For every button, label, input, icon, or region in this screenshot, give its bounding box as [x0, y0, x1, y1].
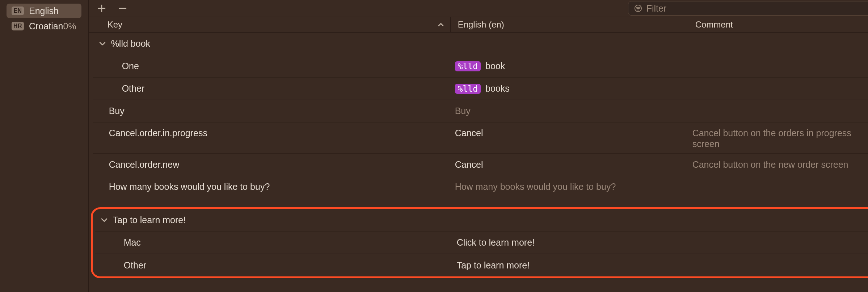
table-row[interactable]: Other Tap to learn more! — [95, 254, 868, 276]
table-row[interactable]: Tap to learn more! — [95, 209, 868, 231]
sort-ascending-icon — [438, 23, 444, 26]
filter-field[interactable] — [628, 1, 868, 16]
comment-text: Cancel button on the new order screen — [692, 159, 848, 170]
key-text: Other — [122, 83, 145, 94]
language-progress: 0% — [63, 21, 76, 32]
toolbar — [89, 0, 868, 17]
table-row[interactable]: One %lld book NEEDS REVIEW — [93, 55, 868, 78]
column-key[interactable]: Key — [105, 17, 451, 32]
english-text: Tap to learn more! — [457, 260, 530, 270]
language-code-badge: EN — [12, 7, 24, 15]
plus-icon — [98, 4, 106, 12]
column-comment[interactable]: Comment — [688, 17, 868, 32]
chevron-down-icon — [101, 218, 108, 222]
column-english[interactable]: English (en) — [451, 17, 688, 32]
key-text: One — [122, 61, 139, 71]
add-button[interactable] — [95, 2, 108, 15]
column-key-label: Key — [108, 20, 122, 30]
table-row[interactable]: Cancel.order.new Cancel Cancel button on… — [93, 154, 868, 176]
format-token: %lld — [455, 61, 481, 71]
language-row-croatian[interactable]: HR Croatian 0% — [7, 19, 81, 33]
language-name: Croatian — [29, 21, 63, 32]
english-text: How many books would you like to buy? — [455, 182, 616, 192]
disclosure-toggle[interactable] — [100, 216, 109, 225]
table-row[interactable]: %lld book NEEDS REVIEW — [93, 33, 868, 55]
english-text: books — [483, 83, 510, 93]
comment-text: Cancel button on the orders in progress … — [692, 128, 851, 149]
format-token: %lld — [455, 84, 481, 94]
key-text: Other — [124, 260, 147, 271]
table-header: Key English (en) Comment State — [89, 17, 868, 33]
english-text: Cancel — [455, 128, 483, 138]
column-expand — [89, 17, 105, 32]
key-text: Cancel.order.new — [109, 159, 180, 170]
main-panel: Key English (en) Comment State %lld book — [89, 0, 868, 292]
key-text: How many books would you like to buy? — [109, 181, 270, 192]
table-row[interactable]: How many books would you like to buy? Ho… — [93, 176, 868, 207]
key-text: Buy — [109, 106, 125, 116]
column-comment-label: Comment — [695, 20, 733, 30]
english-text: book — [483, 61, 505, 71]
table-row[interactable]: Buy Buy — [93, 100, 868, 122]
minus-icon — [119, 4, 127, 12]
key-text: Mac — [124, 237, 141, 248]
key-text: %lld book — [111, 38, 150, 49]
english-text: Cancel — [455, 159, 483, 170]
chevron-down-icon — [99, 42, 106, 46]
column-english-label: English (en) — [458, 20, 504, 30]
filter-icon — [633, 4, 643, 13]
filter-input[interactable] — [646, 3, 868, 14]
english-text: Buy — [455, 106, 471, 116]
language-row-english[interactable]: EN English — [7, 4, 81, 18]
table-row[interactable]: Mac Click to learn more! — [95, 231, 868, 254]
english-text: Click to learn more! — [457, 237, 535, 247]
key-text: Cancel.order.in.progress — [109, 128, 207, 138]
language-code-badge: HR — [12, 22, 24, 30]
key-text: Tap to learn more! — [113, 215, 186, 225]
table-row[interactable]: Other %lld books — [93, 78, 868, 100]
remove-button[interactable] — [116, 2, 129, 15]
disclosure-toggle[interactable] — [98, 39, 107, 48]
language-sidebar: EN English HR Croatian 0% — [0, 0, 89, 292]
table-row[interactable]: Cancel.order.in.progress Cancel Cancel b… — [93, 122, 868, 154]
highlighted-rows: Tap to learn more! Mac Click to learn mo… — [91, 207, 868, 278]
table-body: %lld book NEEDS REVIEW One %lld book NEE… — [89, 33, 868, 292]
language-name: English — [29, 6, 76, 16]
